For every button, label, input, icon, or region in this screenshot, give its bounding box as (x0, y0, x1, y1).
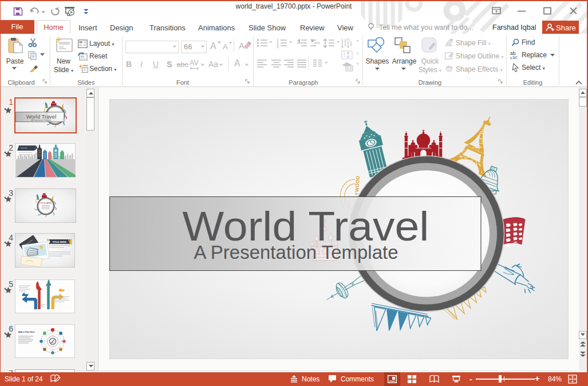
svg-text:A: A (239, 41, 244, 50)
svg-text:A Presentation Template: A Presentation Template (194, 242, 398, 263)
svg-text:A: A (210, 41, 216, 50)
svg-text:Add a Title Here: Add a Title Here (18, 331, 35, 333)
svg-text:ac: ac (512, 54, 518, 60)
svg-text:TITLE HERE: TITLE HERE (53, 241, 67, 243)
svg-text:A: A (346, 37, 350, 42)
svg-text:A Presentation Template: A Presentation Template (31, 119, 52, 121)
svg-text:3: 3 (277, 45, 279, 49)
svg-text:TITLE HERE: TITLE HERE (40, 202, 52, 204)
svg-text:A: A (223, 42, 228, 50)
